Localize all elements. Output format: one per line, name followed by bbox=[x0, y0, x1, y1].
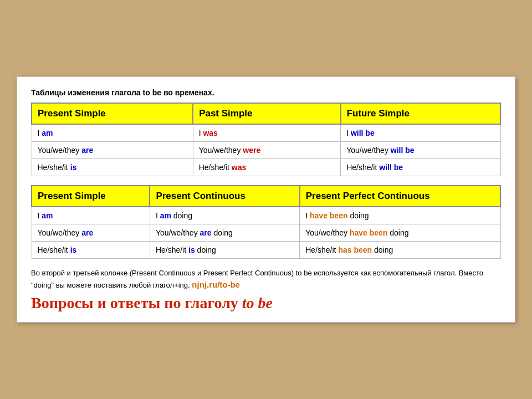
t1-r3-c1: He/she/it is bbox=[32, 159, 193, 176]
t2-r1-c1: I am bbox=[32, 207, 150, 224]
t2-r3-c2: He/she/it is doing bbox=[150, 242, 299, 259]
table-tenses-2: Present Simple Present Continuous Presen… bbox=[31, 185, 501, 259]
verb-is-2: is bbox=[70, 245, 77, 254]
t1-r2-c1: You/we/they are bbox=[32, 142, 193, 159]
table-row: You/we/they are You/we/they are doing Yo… bbox=[32, 224, 500, 242]
t1-r3-c3: He/she/it will be bbox=[341, 159, 500, 176]
note-text: Во второй и третьей колонке (Present Con… bbox=[31, 269, 483, 289]
verb-was-1: was bbox=[203, 129, 217, 137]
note-block: Во второй и третьей колонке (Present Con… bbox=[31, 268, 501, 291]
table-row: I am I was I will be bbox=[32, 124, 500, 142]
th2-present-continuous: Present Continuous bbox=[150, 186, 299, 207]
verb-willbe-2: will be bbox=[391, 146, 415, 155]
verb-havebeen-1: have been bbox=[310, 211, 347, 220]
verb-were-1: were bbox=[243, 146, 260, 155]
verb-am-1: am bbox=[42, 129, 53, 137]
t2-r3-c3: He/she/it has been doing bbox=[300, 242, 500, 259]
th2-present-simple: Present Simple bbox=[32, 186, 150, 207]
t1-r2-c2: You/we/they were bbox=[193, 142, 341, 159]
main-card: Таблицы изменения глагола to be во време… bbox=[17, 76, 515, 323]
to-be-label: to be bbox=[242, 294, 273, 311]
verb-are-doing-1: are bbox=[200, 228, 212, 237]
verb-is-1: is bbox=[70, 163, 77, 172]
verb-are-2: are bbox=[81, 228, 93, 237]
t2-r2-c1: You/we/they are bbox=[32, 224, 150, 242]
table-row: He/she/it is He/she/it was He/she/it wil… bbox=[32, 159, 500, 176]
footer-title: Вопросы и ответы по глаголу to be bbox=[31, 294, 501, 312]
table-tenses-1: Present Simple Past Simple Future Simple… bbox=[31, 103, 501, 176]
verb-is-doing-1: is bbox=[188, 245, 195, 254]
verb-havebeen-2: have been bbox=[350, 228, 387, 237]
table-row: He/she/it is He/she/it is doing He/she/i… bbox=[32, 242, 500, 259]
t1-r2-c3: You/we/they will be bbox=[341, 142, 500, 159]
verb-willbe-1: will be bbox=[351, 129, 375, 137]
verb-willbe-3: will be bbox=[379, 163, 403, 172]
th-past-simple: Past Simple bbox=[193, 103, 341, 124]
t2-r2-c2: You/we/they are doing bbox=[150, 224, 299, 242]
verb-am-doing-1: am bbox=[160, 211, 171, 220]
t2-r1-c2: I am doing bbox=[150, 207, 299, 224]
table-row: You/we/they are You/we/they were You/we/… bbox=[32, 142, 500, 159]
t1-r3-c2: He/she/it was bbox=[193, 159, 341, 176]
verb-am-2: am bbox=[42, 211, 53, 220]
page-title: Таблицы изменения глагола to be во време… bbox=[31, 88, 501, 97]
t1-r1-c1: I am bbox=[32, 124, 193, 142]
th-future-simple: Future Simple bbox=[341, 103, 500, 124]
t2-r3-c1: He/she/it is bbox=[32, 242, 150, 259]
table-row: I am I am doing I have been doing bbox=[32, 207, 500, 224]
site-link: njnj.ru/to-be bbox=[192, 280, 240, 289]
verb-are-1: are bbox=[81, 146, 93, 155]
verb-was-2: was bbox=[232, 163, 246, 172]
t1-r1-c3: I will be bbox=[341, 124, 500, 142]
t1-r1-c2: I was bbox=[193, 124, 341, 142]
th-present-simple: Present Simple bbox=[32, 103, 193, 124]
verb-hasbeen-1: has been bbox=[338, 245, 372, 254]
th2-present-perfect-continuous: Present Perfect Continuous bbox=[300, 186, 500, 207]
t2-r1-c3: I have been doing bbox=[300, 207, 500, 224]
t2-r2-c3: You/we/they have been doing bbox=[300, 224, 500, 242]
